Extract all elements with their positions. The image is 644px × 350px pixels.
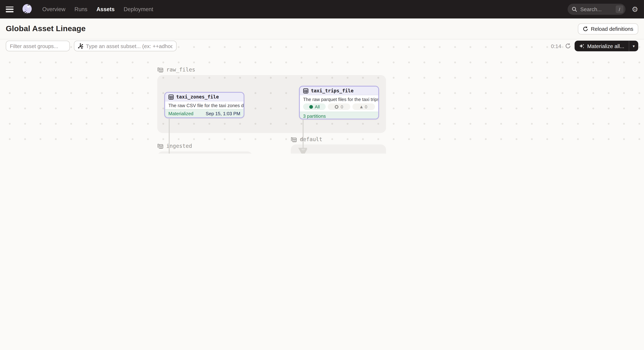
dagster-logo-icon xyxy=(21,3,33,15)
lineage-toolbar: 0:14 Materialize all... xyxy=(0,40,644,52)
dagster-app: Overview Runs Assets Deployment Search..… xyxy=(0,0,644,154)
page-header: Global Asset Lineage Reload definitions xyxy=(0,18,644,39)
asset-name: taxi_trips_file xyxy=(311,88,354,94)
status-label: Materialized xyxy=(168,111,194,116)
materialize-all-button-group: Materialize all... ▾ xyxy=(574,41,638,51)
topbar-right: Search... / ⚙ xyxy=(568,4,638,15)
search-placeholder: Search... xyxy=(580,6,612,12)
nav-item-runs[interactable]: Runs xyxy=(74,6,88,12)
asset-subset-input[interactable] xyxy=(74,41,176,51)
nav-links: Overview Runs Assets Deployment xyxy=(42,6,153,12)
ring-icon xyxy=(335,105,339,109)
asset-name: taxi_zones_file xyxy=(176,94,219,100)
materialized-partitions-pill: All xyxy=(303,103,326,110)
triangle-icon: ▲ xyxy=(360,105,363,108)
refresh-countdown: 0:14 xyxy=(551,43,561,49)
materialize-label: Materialize all... xyxy=(587,43,624,49)
gear-icon[interactable]: ⚙ xyxy=(632,5,638,13)
filter-asset-groups-input[interactable] xyxy=(6,41,70,51)
search-shortcut-badge: / xyxy=(616,5,623,13)
nav-item-deployment[interactable]: Deployment xyxy=(124,6,153,12)
partitions-footer: 3 partitions xyxy=(300,112,378,119)
partition-health-row: All 0 ▲0 xyxy=(300,103,378,112)
page-title: Global Asset Lineage xyxy=(6,24,86,33)
node-header: taxi_trips_file xyxy=(300,87,378,95)
asset-description: The raw CSV file for the taxi zones dat.… xyxy=(165,101,244,109)
partitions-count: 3 partitions xyxy=(303,113,326,118)
sparkle-icon xyxy=(579,43,584,49)
refresh-icon[interactable] xyxy=(565,43,571,49)
menu-icon[interactable] xyxy=(6,6,14,12)
lineage-canvas[interactable]: raw_files ingested default xyxy=(0,39,644,154)
asset-node-taxi_zones_file[interactable]: taxi_zones_file The raw CSV file for the… xyxy=(164,92,244,118)
nav-item-overview[interactable]: Overview xyxy=(42,6,66,12)
materialization-timestamp: Sep 15, 1:03 PM xyxy=(206,111,240,116)
node-status-row: Materialized Sep 15, 1:03 PM xyxy=(165,109,244,117)
materialize-options-caret[interactable]: ▾ xyxy=(629,41,638,51)
top-navigation: Overview Runs Assets Deployment Search..… xyxy=(0,0,644,18)
missing-partitions-pill: ▲0 xyxy=(352,103,375,110)
nav-item-assets[interactable]: Assets xyxy=(96,6,114,12)
toolbar-right: 0:14 Materialize all... xyxy=(551,41,638,51)
caret-down-icon: ▾ xyxy=(633,44,635,48)
table-icon xyxy=(168,94,174,100)
asset-subset-input-wrap xyxy=(74,41,176,51)
filled-circle-icon xyxy=(309,105,313,109)
asset-description: The raw parquet files for the taxi trips… xyxy=(300,95,378,103)
reload-definitions-button[interactable]: Reload definitions xyxy=(578,23,638,34)
reload-icon xyxy=(583,26,588,31)
search-icon xyxy=(572,6,577,12)
materialize-all-button[interactable]: Materialize all... xyxy=(574,41,629,51)
node-header: taxi_zones_file xyxy=(165,93,244,101)
reload-label: Reload definitions xyxy=(591,25,633,32)
op-selector-icon xyxy=(77,43,84,49)
asset-node-taxi_trips_file[interactable]: taxi_trips_file The raw parquet files fo… xyxy=(299,86,379,119)
search-input[interactable]: Search... / xyxy=(568,4,626,15)
failed-partitions-pill: 0 xyxy=(328,103,350,110)
table-icon xyxy=(303,88,308,93)
